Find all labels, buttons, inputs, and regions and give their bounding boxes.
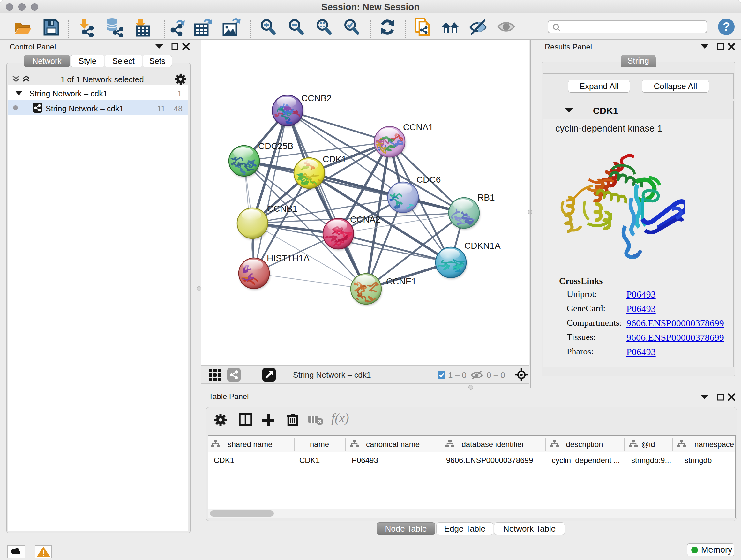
svg-text:CCNB2: CCNB2 <box>301 93 332 103</box>
svg-text:CDKN1A: CDKN1A <box>464 241 501 251</box>
svg-text:CCNB1: CCNB1 <box>267 204 297 213</box>
svg-text:HIST1H1A: HIST1H1A <box>267 253 310 263</box>
svg-text:CDC25B: CDC25B <box>258 141 293 151</box>
svg-text:CCNA1: CCNA1 <box>403 122 433 132</box>
svg-text:CCNA2: CCNA2 <box>350 214 381 225</box>
svg-text:RB1: RB1 <box>477 192 495 202</box>
svg-text:CCNE1: CCNE1 <box>386 276 416 287</box>
svg-text:CDK1: CDK1 <box>323 154 347 164</box>
svg-text:?: ? <box>723 20 730 33</box>
svg-text:CDC6: CDC6 <box>416 175 441 185</box>
